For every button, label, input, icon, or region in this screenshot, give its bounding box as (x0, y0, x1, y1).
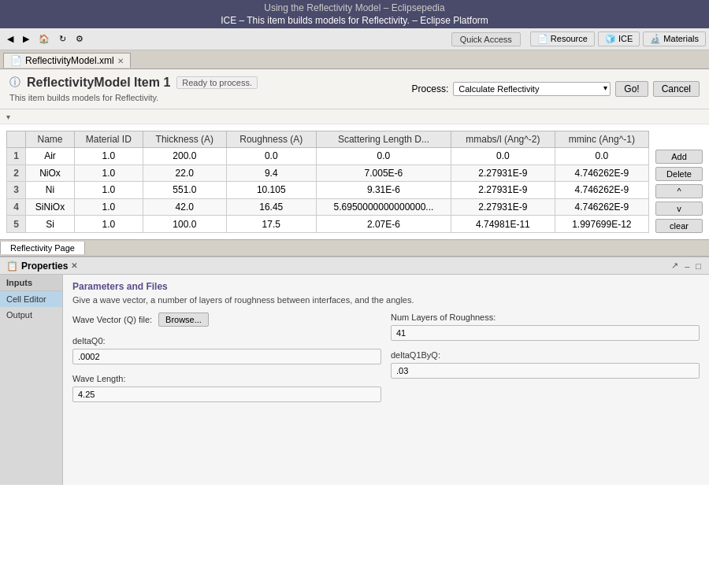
go-button[interactable]: Go! (615, 81, 648, 97)
table-cell[interactable]: Air (26, 148, 75, 165)
wave-length-input[interactable] (72, 386, 381, 402)
reflectivity-page-tab[interactable]: Reflectivity Page (0, 242, 85, 254)
ice-button[interactable]: 🧊 ICE (598, 31, 640, 46)
reflectivity-tab[interactable]: 📄 ReflectivityModel.xml ✕ (3, 53, 131, 68)
move-down-button[interactable]: v (655, 202, 703, 216)
table-cell[interactable]: 1.0 (74, 216, 143, 233)
materials-button[interactable]: 🔬 Materials (643, 31, 706, 46)
table-row[interactable]: 1Air1.0200.00.00.00.00.0 (7, 148, 649, 165)
delta-q1-input[interactable] (391, 363, 700, 379)
browse-button[interactable]: Browse... (158, 312, 209, 327)
left-params: Wave Vector (Q) file: Browse... deltaQ0:… (72, 312, 381, 402)
delta-q0-label: deltaQ0: (72, 336, 381, 346)
table-cell[interactable]: 1.0 (74, 198, 143, 216)
properties-close-x[interactable]: ✕ (71, 261, 77, 270)
table-cell[interactable]: 7.005E-6 (316, 165, 451, 182)
wave-length-group: Wave Length: (72, 374, 381, 402)
table-cell[interactable]: 9.31E-6 (316, 182, 451, 199)
bottom-tab-bar: Reflectivity Page (0, 239, 709, 257)
table-cell[interactable]: 0.0 (555, 148, 648, 165)
table-row[interactable]: 5Si1.0100.017.52.07E-64.74981E-111.99769… (7, 216, 649, 233)
table-cell[interactable]: Si (26, 216, 75, 233)
collapse-arrow[interactable]: ▾ (6, 113, 10, 121)
table-cell[interactable]: 4.746262E-9 (555, 182, 648, 199)
delta-q0-group: deltaQ0: (72, 336, 381, 364)
properties-maximize-button[interactable]: □ (694, 261, 703, 271)
process-select-wrapper: Calculate Reflectivity (453, 82, 611, 96)
nav-back-button[interactable]: ◀ (3, 31, 17, 46)
table-cell[interactable]: 1.0 (74, 148, 143, 165)
col-header-mmabs: mmabs/l (Ang^-2) (451, 131, 555, 148)
num-layers-input[interactable] (391, 325, 700, 341)
right-params: Num Layers of Roughness: deltaQ1ByQ: (391, 312, 700, 402)
clear-button[interactable]: clear (655, 219, 703, 233)
row-number: 3 (7, 182, 26, 199)
table-cell[interactable]: 16.45 (226, 198, 316, 216)
table-cell[interactable]: 2.27931E-9 (451, 182, 555, 199)
data-table: Name Material ID Thickness (A) Roughness… (6, 131, 649, 233)
table-cell[interactable]: 4.746262E-9 (555, 165, 648, 182)
nav-forward-button[interactable]: ▶ (19, 31, 33, 46)
tab-close-button[interactable]: ✕ (117, 57, 124, 65)
home-button[interactable]: 🏠 (35, 31, 54, 46)
quick-access-button[interactable]: Quick Access (451, 32, 521, 46)
toolbar-left: ◀ ▶ 🏠 ↻ ⚙ (3, 31, 451, 46)
editor-panel: ⓘ ReflectivityModel Item 1 Ready to proc… (0, 69, 709, 588)
sidebar-section-inputs: Inputs (0, 275, 62, 291)
status-badge: Ready to process. (176, 76, 258, 89)
table-cell[interactable]: 1.0 (74, 182, 143, 199)
properties-header: 📋 Properties ✕ ↗ – □ (0, 257, 709, 275)
table-cell[interactable]: 2.27931E-9 (451, 165, 555, 182)
table-cell[interactable]: 551.0 (143, 182, 226, 199)
process-select[interactable]: Calculate Reflectivity (453, 82, 611, 96)
table-area: Name Material ID Thickness (A) Roughness… (0, 124, 709, 239)
delta-q0-input[interactable] (72, 349, 381, 364)
properties-export-button[interactable]: ↗ (670, 261, 680, 271)
wave-vector-label: Wave Vector (Q) file: (72, 315, 152, 324)
col-header-thickness: Thickness (A) (143, 131, 226, 148)
table-row[interactable]: 4SiNiOx1.042.016.455.6950000000000000...… (7, 198, 649, 216)
table-cell[interactable]: 0.0 (316, 148, 451, 165)
table-cell[interactable]: 42.0 (143, 198, 226, 216)
properties-panel: 📋 Properties ✕ ↗ – □ Inputs Cell Editor … (0, 257, 709, 485)
table-buttons: Add Delete ^ v clear (655, 131, 703, 233)
num-layers-group: Num Layers of Roughness: (391, 312, 700, 341)
properties-minimize-button[interactable]: – (683, 261, 691, 271)
move-up-button[interactable]: ^ (655, 184, 703, 198)
table-cell[interactable]: Ni (26, 182, 75, 199)
table-cell[interactable]: NiOx (26, 165, 75, 182)
table-cell[interactable]: 1.0 (74, 165, 143, 182)
table-cell[interactable]: 200.0 (143, 148, 226, 165)
table-cell[interactable]: SiNiOx (26, 198, 75, 216)
table-row[interactable]: 3Ni1.0551.010.1059.31E-62.27931E-94.7462… (7, 182, 649, 199)
refresh-button[interactable]: ↻ (55, 31, 70, 46)
sidebar-item-cell-editor[interactable]: Cell Editor (0, 291, 62, 307)
table-cell[interactable]: 9.4 (226, 165, 316, 182)
cancel-button[interactable]: Cancel (653, 81, 700, 97)
properties-sidebar: Inputs Cell Editor Output (0, 275, 63, 485)
editor-header: ⓘ ReflectivityModel Item 1 Ready to proc… (0, 69, 709, 109)
col-header-mminc: mminc (Ang^-1) (555, 131, 648, 148)
resource-button[interactable]: 📄 Resource (530, 31, 595, 46)
table-cell[interactable]: 5.6950000000000000... (316, 198, 451, 216)
table-row[interactable]: 2NiOx1.022.09.47.005E-62.27931E-94.74626… (7, 165, 649, 182)
add-button[interactable]: Add (655, 150, 703, 164)
table-cell[interactable]: 2.07E-6 (316, 216, 451, 233)
delete-button[interactable]: Delete (655, 167, 703, 181)
table-cell[interactable]: 10.105 (226, 182, 316, 199)
table-cell[interactable]: 4.746262E-9 (555, 198, 648, 216)
gear-button[interactable]: ⚙ (72, 31, 87, 46)
delta-q1-group: deltaQ1ByQ: (391, 350, 700, 379)
table-cell[interactable]: 100.0 (143, 216, 226, 233)
col-header-roughness: Roughness (A) (226, 131, 316, 148)
table-cell[interactable]: 22.0 (143, 165, 226, 182)
table-cell[interactable]: 0.0 (451, 148, 555, 165)
table-cell[interactable]: 4.74981E-11 (451, 216, 555, 233)
table-cell[interactable]: 0.0 (226, 148, 316, 165)
table-cell[interactable]: 2.27931E-9 (451, 198, 555, 216)
table-cell[interactable]: 1.997699E-12 (555, 216, 648, 233)
wave-vector-group: Wave Vector (Q) file: Browse... (72, 312, 381, 327)
table-cell[interactable]: 17.5 (226, 216, 316, 233)
sidebar-item-output[interactable]: Output (0, 307, 62, 323)
properties-header-icons: ↗ – □ (670, 261, 703, 271)
